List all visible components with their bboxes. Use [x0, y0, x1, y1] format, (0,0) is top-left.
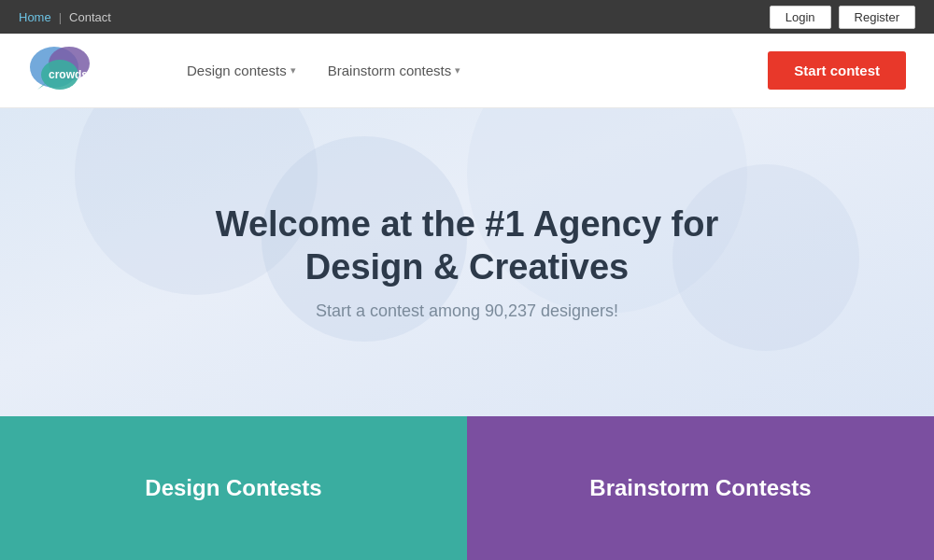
brainstorm-contests-nav[interactable]: Brainstorm contests ▾ — [317, 55, 473, 86]
hero-title: Welcome at the #1 Agency for Design & Cr… — [216, 203, 719, 288]
home-link[interactable]: Home — [19, 10, 51, 24]
hero-title-line1: Welcome at the #1 Agency for — [216, 204, 719, 244]
hero-subtitle: Start a contest among 90,237 designers! — [316, 301, 618, 321]
auth-buttons: Login Register — [770, 6, 915, 29]
start-contest-button[interactable]: Start contest — [768, 51, 906, 90]
contest-cards: Design Contests Brainstorm Contests — [0, 416, 934, 560]
register-button[interactable]: Register — [839, 6, 915, 29]
brainstorm-contests-chevron-icon: ▾ — [455, 64, 460, 77]
top-bar: Home | Contact Login Register — [0, 0, 934, 34]
login-button[interactable]: Login — [770, 6, 831, 29]
brainstorm-contests-label: Brainstorm contests — [328, 63, 452, 78]
top-bar-nav: Home | Contact — [19, 10, 111, 24]
design-contests-label: Design contests — [187, 63, 287, 78]
navbar: crowdsite Design contests ▾ Brainstorm c… — [0, 34, 934, 108]
nav-links: Design contests ▾ Brainstorm contests ▾ — [176, 55, 768, 86]
logo-icon: crowdsite — [28, 41, 95, 101]
design-contests-chevron-icon: ▾ — [290, 64, 296, 77]
brainstorm-contests-card[interactable]: Brainstorm Contests — [467, 416, 934, 560]
logo[interactable]: crowdsite — [28, 41, 101, 101]
contact-link[interactable]: Contact — [69, 10, 111, 24]
svg-text:crowdsite: crowdsite — [49, 68, 95, 81]
hero-section: Welcome at the #1 Agency for Design & Cr… — [0, 108, 934, 416]
design-contests-nav[interactable]: Design contests ▾ — [176, 55, 307, 86]
hero-title-line2: Design & Creatives — [305, 247, 629, 287]
design-contests-card[interactable]: Design Contests — [0, 416, 467, 560]
nav-divider: | — [59, 10, 62, 24]
